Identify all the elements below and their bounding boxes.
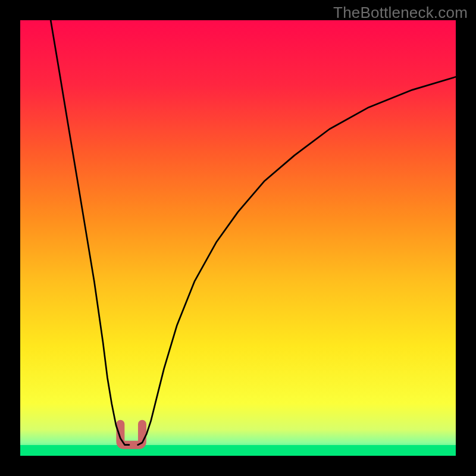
curves-layer [20,20,456,456]
curve-left [51,20,129,445]
curve-right [138,77,456,445]
valley-marker-path [120,424,142,445]
plot-area [20,20,456,456]
chart-frame: TheBottleneck.com [0,0,476,476]
bottleneck-curves [51,20,456,445]
valley-marker [120,424,142,445]
watermark-text: TheBottleneck.com [333,4,468,22]
